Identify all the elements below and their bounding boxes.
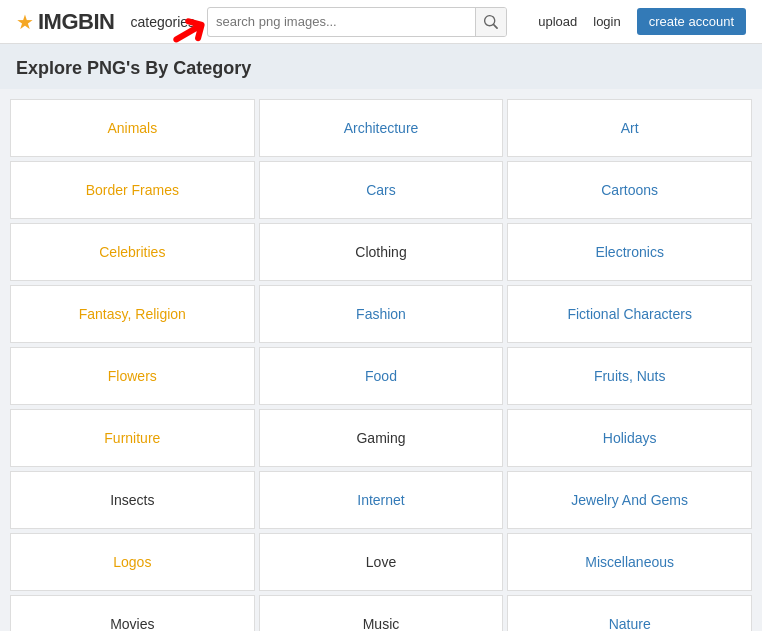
category-link[interactable]: Internet (357, 492, 404, 508)
category-link[interactable]: Cartoons (601, 182, 658, 198)
category-link[interactable]: Animals (107, 120, 157, 136)
category-link[interactable]: Jewelry And Gems (571, 492, 688, 508)
category-link[interactable]: Celebrities (99, 244, 165, 260)
category-cell[interactable]: Love (259, 533, 504, 591)
category-cell[interactable]: Movies (10, 595, 255, 631)
category-cell[interactable]: Flowers (10, 347, 255, 405)
category-cell[interactable]: Art (507, 99, 752, 157)
category-link[interactable]: Fantasy, Religion (79, 306, 186, 322)
category-link[interactable]: Logos (113, 554, 151, 570)
category-cell[interactable]: Food (259, 347, 504, 405)
category-link[interactable]: Architecture (344, 120, 419, 136)
category-link[interactable]: Fictional Characters (567, 306, 692, 322)
category-link[interactable]: Furniture (104, 430, 160, 446)
category-link[interactable]: Movies (110, 616, 154, 631)
category-cell[interactable]: Furniture (10, 409, 255, 467)
logo-star-icon: ★ (16, 10, 34, 34)
category-cell[interactable]: Cartoons (507, 161, 752, 219)
category-link[interactable]: Border Frames (86, 182, 179, 198)
category-cell[interactable]: Fictional Characters (507, 285, 752, 343)
category-cell[interactable]: Logos (10, 533, 255, 591)
category-cell[interactable]: Internet (259, 471, 504, 529)
category-link[interactable]: Love (366, 554, 396, 570)
search-bar (207, 7, 507, 37)
category-cell[interactable]: Electronics (507, 223, 752, 281)
category-cell[interactable]: Animals (10, 99, 255, 157)
category-cell[interactable]: Gaming (259, 409, 504, 467)
category-link[interactable]: Fashion (356, 306, 406, 322)
category-link[interactable]: Miscellaneous (585, 554, 674, 570)
category-link[interactable]: Electronics (595, 244, 663, 260)
category-cell[interactable]: Border Frames (10, 161, 255, 219)
create-account-button[interactable]: create account (637, 8, 746, 35)
category-cell[interactable]: Holidays (507, 409, 752, 467)
category-cell[interactable]: Nature (507, 595, 752, 631)
logo-text[interactable]: IMGBIN (38, 9, 114, 35)
category-cell[interactable]: Cars (259, 161, 504, 219)
category-cell[interactable]: Miscellaneous (507, 533, 752, 591)
category-link[interactable]: Cars (366, 182, 396, 198)
category-link[interactable]: Flowers (108, 368, 157, 384)
category-link[interactable]: Clothing (355, 244, 406, 260)
category-grid-wrapper: AnimalsArchitectureArtBorder FramesCarsC… (0, 89, 762, 631)
category-link[interactable]: Food (365, 368, 397, 384)
nav-categories-link[interactable]: categories (130, 14, 195, 30)
category-link[interactable]: Nature (609, 616, 651, 631)
upload-link[interactable]: upload (538, 14, 577, 29)
category-cell[interactable]: Architecture (259, 99, 504, 157)
category-link[interactable]: Gaming (356, 430, 405, 446)
category-cell[interactable]: Fruits, Nuts (507, 347, 752, 405)
category-cell[interactable]: Fashion (259, 285, 504, 343)
category-cell[interactable]: Insects (10, 471, 255, 529)
login-link[interactable]: login (593, 14, 620, 29)
category-cell[interactable]: Music (259, 595, 504, 631)
page-title: Explore PNG's By Category (16, 58, 746, 79)
category-cell[interactable]: Jewelry And Gems (507, 471, 752, 529)
search-button[interactable] (475, 8, 506, 36)
search-input[interactable] (208, 14, 475, 29)
logo-area: ★ IMGBIN (16, 9, 114, 35)
header: ★ IMGBIN categories upload login create … (0, 0, 762, 44)
category-link[interactable]: Insects (110, 492, 154, 508)
category-grid: AnimalsArchitectureArtBorder FramesCarsC… (10, 99, 752, 631)
page-title-area: Explore PNG's By Category (0, 44, 762, 89)
category-cell[interactable]: Celebrities (10, 223, 255, 281)
category-cell[interactable]: Fantasy, Religion (10, 285, 255, 343)
category-cell[interactable]: Clothing (259, 223, 504, 281)
category-link[interactable]: Music (363, 616, 400, 631)
category-link[interactable]: Holidays (603, 430, 657, 446)
category-link[interactable]: Art (621, 120, 639, 136)
search-icon (484, 15, 498, 29)
category-link[interactable]: Fruits, Nuts (594, 368, 666, 384)
header-right: upload login create account (538, 8, 746, 35)
